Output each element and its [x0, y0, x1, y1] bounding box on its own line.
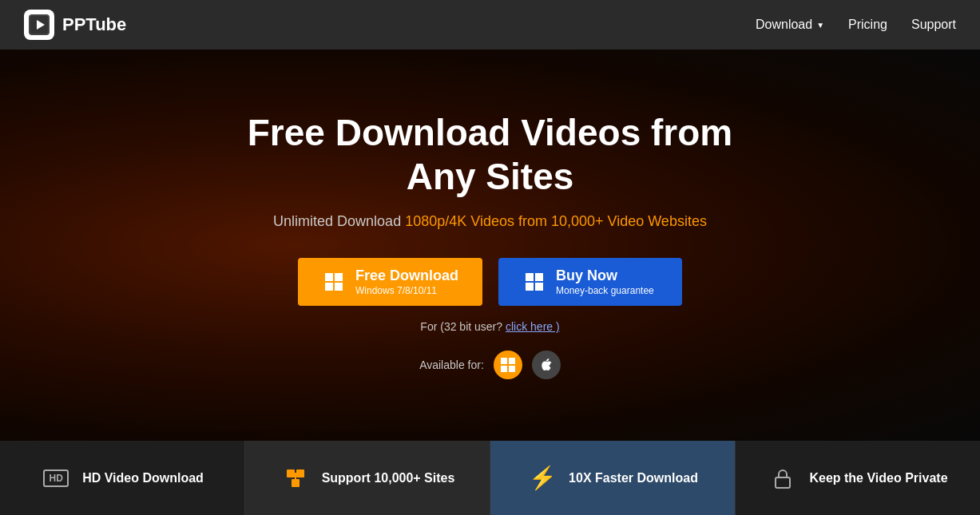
header: PPTube Download ▼ Pricing Support [0, 0, 980, 50]
svg-rect-7 [526, 273, 534, 281]
feature-hd-label: HD Video Download [82, 471, 204, 485]
svg-rect-11 [501, 358, 507, 364]
svg-rect-16 [296, 469, 304, 477]
private-video-icon [768, 467, 798, 489]
svg-rect-3 [325, 273, 333, 281]
nav-pricing[interactable]: Pricing [848, 18, 887, 32]
faster-download-icon: ⚡ [527, 465, 557, 491]
svg-rect-5 [325, 283, 333, 291]
feature-support-sites: Support 10,000+ Sites [245, 441, 490, 515]
buy-now-button[interactable]: Buy Now Money-back guarantee [498, 258, 682, 306]
free-download-button[interactable]: Free Download Windows 7/8/10/11 [298, 258, 482, 306]
svg-rect-17 [292, 479, 300, 487]
svg-rect-12 [509, 358, 515, 364]
svg-rect-14 [509, 366, 515, 372]
svg-rect-9 [526, 283, 534, 291]
feature-faster-download: ⚡ 10X Faster Download [490, 441, 736, 515]
hero-content: Free Download Videos from Any Sites Unli… [232, 95, 748, 395]
svg-rect-6 [335, 283, 343, 291]
support-sites-icon [280, 466, 311, 490]
windows-buy-icon [522, 270, 546, 294]
logo-text: PPTube [62, 14, 126, 35]
dropdown-arrow-icon: ▼ [816, 21, 824, 30]
nav-download[interactable]: Download ▼ [756, 18, 824, 32]
svg-rect-4 [335, 273, 343, 281]
hero-title: Free Download Videos from Any Sites [248, 111, 732, 199]
svg-rect-13 [501, 366, 507, 372]
feature-support-label: Support 10,000+ Sites [322, 471, 455, 485]
main-nav: Download ▼ Pricing Support [756, 18, 956, 32]
hero-subtitle: Unlimited Download 1080p/4K Videos from … [248, 213, 732, 230]
svg-rect-8 [535, 273, 543, 281]
mac-platform-icon[interactable] [532, 351, 561, 379]
svg-rect-20 [776, 477, 790, 488]
svg-rect-10 [535, 283, 543, 291]
logo-icon [24, 10, 54, 40]
feature-hd-video: HD HD Video Download [0, 441, 245, 515]
windows-icon [322, 270, 346, 294]
nav-support[interactable]: Support [911, 18, 956, 32]
available-for: Available for: [248, 351, 732, 379]
32bit-note: For (32 bit user? click here ) [248, 320, 732, 333]
32bit-link[interactable]: click here ) [506, 320, 560, 333]
free-download-text: Free Download Windows 7/8/10/11 [355, 267, 458, 296]
features-bar: HD HD Video Download Support 10,000+ Sit… [0, 441, 980, 515]
feature-private-video: Keep the Video Private [736, 441, 980, 515]
hd-video-icon: HD [41, 469, 71, 487]
buy-now-text: Buy Now Money-back guarantee [556, 267, 654, 296]
feature-faster-label: 10X Faster Download [569, 471, 698, 485]
hero-buttons: Free Download Windows 7/8/10/11 Buy Now … [248, 258, 732, 306]
windows-platform-icon[interactable] [494, 351, 522, 379]
hero-section: Free Download Videos from Any Sites Unli… [0, 50, 980, 441]
logo-area: PPTube [24, 10, 126, 40]
logo-svg [29, 14, 50, 35]
feature-private-label: Keep the Video Private [809, 471, 947, 485]
